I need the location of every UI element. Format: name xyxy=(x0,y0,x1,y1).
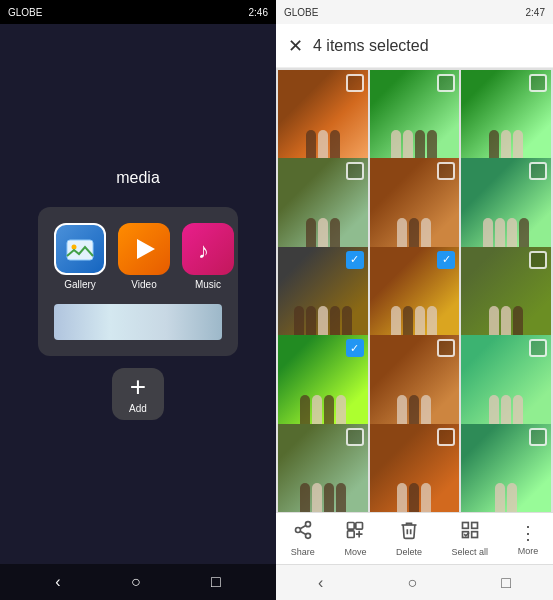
media-title: media xyxy=(116,169,160,187)
checkbox-14[interactable] xyxy=(437,428,455,446)
svg-rect-0 xyxy=(67,240,93,260)
photo-cell-9[interactable] xyxy=(461,247,551,337)
select-all-label: Select all xyxy=(452,547,489,557)
checkbox-2[interactable] xyxy=(437,74,455,92)
music-item[interactable]: ♪ Music xyxy=(182,223,234,290)
right-nav-bar: ‹ ○ □ xyxy=(276,564,553,600)
video-item[interactable]: Video xyxy=(118,223,170,290)
add-label: Add xyxy=(129,403,147,414)
select-all-icon xyxy=(460,520,480,545)
svg-rect-11 xyxy=(356,523,363,530)
svg-marker-3 xyxy=(137,239,155,259)
video-label: Video xyxy=(131,279,156,290)
svg-line-8 xyxy=(300,531,306,534)
svg-text:♪: ♪ xyxy=(198,238,209,263)
home-button[interactable]: ○ xyxy=(131,573,141,591)
checkbox-5[interactable] xyxy=(437,162,455,180)
bottom-toolbar: Share Move Delete xyxy=(276,512,553,564)
left-carrier: GLOBE xyxy=(8,7,42,18)
checkbox-12[interactable] xyxy=(529,339,547,357)
checkbox-10[interactable]: ✓ xyxy=(346,339,364,357)
checkmark-7: ✓ xyxy=(350,254,359,265)
right-panel: GLOBE 2:47 ✕ 4 items selected xyxy=(276,0,553,600)
video-icon-box xyxy=(118,223,170,275)
svg-rect-10 xyxy=(348,523,355,530)
checkbox-9[interactable] xyxy=(529,251,547,269)
media-icons-row: Gallery Video ♪ xyxy=(54,223,222,290)
move-label: Move xyxy=(344,547,366,557)
checkbox-15[interactable] xyxy=(529,428,547,446)
svg-rect-12 xyxy=(348,531,355,538)
photo-cell-11[interactable] xyxy=(370,335,460,425)
photo-cell-14[interactable] xyxy=(370,424,460,512)
left-status-bar: GLOBE 2:46 xyxy=(0,0,276,24)
photo-cell-4[interactable] xyxy=(278,158,368,248)
recent-button[interactable]: □ xyxy=(211,573,221,591)
music-label: Music xyxy=(195,279,221,290)
svg-rect-13 xyxy=(462,523,468,529)
select-all-button[interactable]: Select all xyxy=(452,520,489,557)
left-nav-bar: ‹ ○ □ xyxy=(0,564,276,600)
checkbox-8[interactable]: ✓ xyxy=(437,251,455,269)
photo-cell-13[interactable] xyxy=(278,424,368,512)
photo-cell-8[interactable]: ✓ xyxy=(370,247,460,337)
checkbox-1[interactable] xyxy=(346,74,364,92)
photo-cell-2[interactable] xyxy=(370,70,460,160)
share-icon xyxy=(293,520,313,545)
checkbox-13[interactable] xyxy=(346,428,364,446)
right-carrier: GLOBE xyxy=(284,7,318,18)
close-button[interactable]: ✕ xyxy=(288,35,303,57)
photo-cell-6[interactable] xyxy=(461,158,551,248)
photo-cell-5[interactable] xyxy=(370,158,460,248)
right-header: ✕ 4 items selected xyxy=(276,24,553,68)
video-icon xyxy=(129,234,159,264)
photo-grid: ✓ ✓ ✓ xyxy=(276,68,553,512)
svg-line-9 xyxy=(300,525,306,528)
left-time: 2:46 xyxy=(249,7,268,18)
svg-point-5 xyxy=(305,522,310,527)
photo-cell-10[interactable]: ✓ xyxy=(278,335,368,425)
checkbox-4[interactable] xyxy=(346,162,364,180)
right-back-button[interactable]: ‹ xyxy=(318,574,323,592)
svg-rect-14 xyxy=(472,523,478,529)
photo-cell-1[interactable] xyxy=(278,70,368,160)
gallery-item[interactable]: Gallery xyxy=(54,223,106,290)
photo-cell-15[interactable] xyxy=(461,424,551,512)
share-label: Share xyxy=(291,547,315,557)
checkmark-10: ✓ xyxy=(350,343,359,354)
more-button[interactable]: ⋮ More xyxy=(518,522,539,556)
add-button[interactable]: + Add xyxy=(112,368,164,420)
delete-button[interactable]: Delete xyxy=(396,520,422,557)
gallery-icon xyxy=(65,234,95,264)
photo-cell-3[interactable] xyxy=(461,70,551,160)
music-icon-box: ♪ xyxy=(182,223,234,275)
checkbox-7[interactable]: ✓ xyxy=(346,251,364,269)
move-button[interactable]: Move xyxy=(344,520,366,557)
photo-cell-7[interactable]: ✓ xyxy=(278,247,368,337)
left-content: media Gallery xyxy=(38,24,238,564)
right-status-bar: GLOBE 2:47 xyxy=(276,0,553,24)
gallery-icon-box xyxy=(54,223,106,275)
more-icon: ⋮ xyxy=(519,522,537,544)
delete-icon xyxy=(399,520,419,545)
selection-title: 4 items selected xyxy=(313,37,429,55)
checkbox-3[interactable] xyxy=(529,74,547,92)
music-icon: ♪ xyxy=(193,234,223,264)
svg-point-6 xyxy=(295,528,300,533)
checkbox-6[interactable] xyxy=(529,162,547,180)
right-recent-button[interactable]: □ xyxy=(501,574,511,592)
svg-rect-15 xyxy=(472,532,478,538)
checkbox-11[interactable] xyxy=(437,339,455,357)
delete-label: Delete xyxy=(396,547,422,557)
photo-cell-12[interactable] xyxy=(461,335,551,425)
right-home-button[interactable]: ○ xyxy=(407,574,417,592)
more-label: More xyxy=(518,546,539,556)
gallery-label: Gallery xyxy=(64,279,96,290)
share-button[interactable]: Share xyxy=(291,520,315,557)
media-icons-container: Gallery Video ♪ xyxy=(38,207,238,356)
right-time: 2:47 xyxy=(526,7,545,18)
back-button[interactable]: ‹ xyxy=(55,573,60,591)
add-plus-icon: + xyxy=(130,373,146,401)
left-panel: GLOBE 2:46 media Gallery xyxy=(0,0,276,600)
checkmark-8: ✓ xyxy=(442,254,451,265)
